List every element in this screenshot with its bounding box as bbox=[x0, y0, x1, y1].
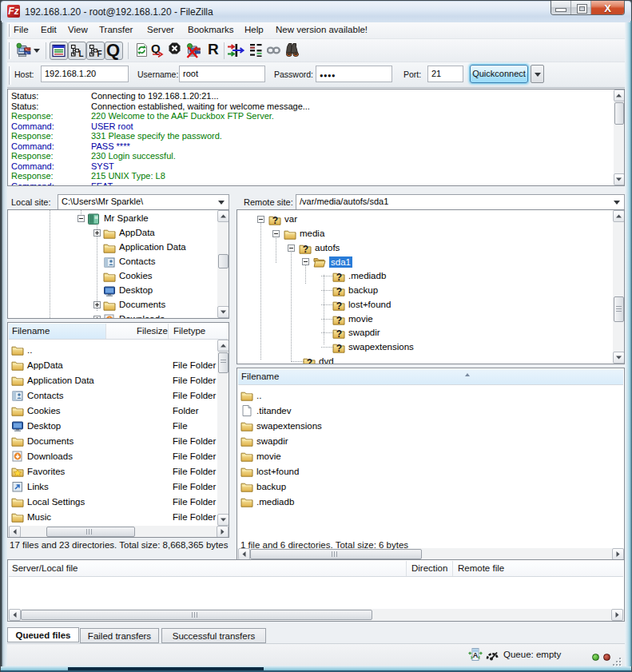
svg-text:L: L bbox=[79, 50, 84, 58]
svg-text:F: F bbox=[97, 50, 102, 58]
svg-text:A: A bbox=[473, 651, 479, 659]
